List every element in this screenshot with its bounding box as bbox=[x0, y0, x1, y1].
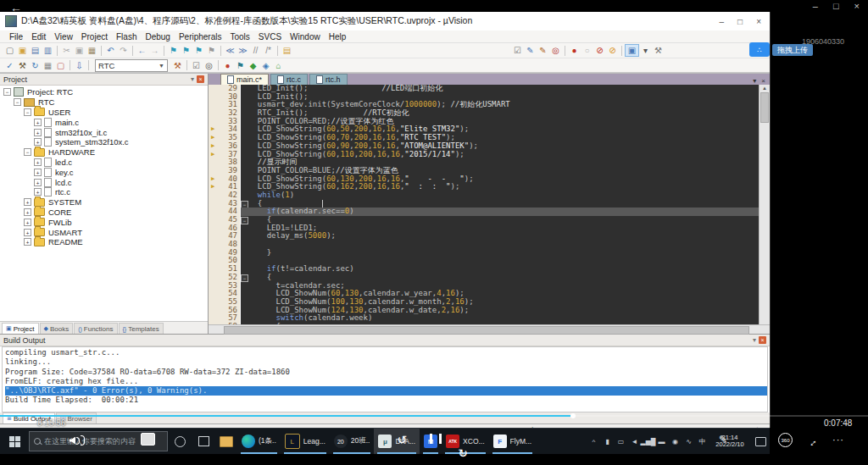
kill-breakpoints-icon[interactable]: ⊘ bbox=[606, 45, 619, 56]
translate-icon[interactable]: ✓ bbox=[3, 60, 16, 71]
pen-blue-icon[interactable]: ✎ bbox=[524, 45, 537, 56]
fold-marker[interactable] bbox=[241, 175, 248, 184]
code-line[interactable]: 51 if(t!=calendar.sec) bbox=[209, 265, 759, 274]
prev-bookmark-icon[interactable]: ⚑ bbox=[180, 45, 192, 56]
tree-item-system-stm32f10x-c[interactable]: +system_stm32f10x.c bbox=[0, 137, 208, 147]
window-layout-icon[interactable]: ▣ bbox=[625, 44, 639, 57]
menu-view[interactable]: View bbox=[50, 32, 77, 42]
tray-volume-icon[interactable]: ◄ bbox=[628, 429, 641, 454]
more-options-button[interactable]: ··· bbox=[832, 435, 844, 445]
tree-item-core[interactable]: +CORE bbox=[0, 208, 208, 218]
tree-item-system[interactable]: +SYSTEM bbox=[0, 197, 208, 208]
code-line[interactable]: 38 //显示时间 bbox=[209, 158, 759, 167]
uvision-titlebar[interactable]: D:\A盘32\精英板 资料盘(A盘)\4、程序源码\2、标准例程-库函数版本\… bbox=[0, 12, 770, 30]
code-line[interactable]: 44 if(calendar.sec==0) bbox=[209, 208, 759, 216]
minimize-button[interactable]: – bbox=[720, 17, 725, 26]
player-minimize-button[interactable]: – bbox=[813, 1, 818, 11]
tree-expander-icon[interactable]: − bbox=[24, 108, 31, 116]
tray-network-icon[interactable]: ▂▅█ bbox=[642, 429, 654, 454]
tray-chart-icon[interactable]: ∿ bbox=[682, 429, 695, 454]
tree-item-user[interactable]: −USER bbox=[0, 108, 208, 118]
fold-marker[interactable] bbox=[241, 290, 248, 298]
code-line[interactable]: 48 bbox=[209, 241, 759, 249]
fold-marker[interactable]: − bbox=[241, 274, 248, 282]
player-back-button[interactable]: ← bbox=[10, 1, 22, 14]
download-flash-icon[interactable]: ⇩ bbox=[73, 60, 86, 71]
tree-expander-icon[interactable]: + bbox=[34, 138, 42, 146]
code-line[interactable]: ▶34 LCD_ShowString(60,50,200,16,16,"Elit… bbox=[209, 125, 759, 134]
fold-marker[interactable] bbox=[241, 134, 248, 142]
step-icon[interactable]: ◈ bbox=[259, 60, 272, 71]
annotate-button[interactable]: ✎ bbox=[719, 434, 727, 446]
code-line[interactable]: 54 LCD_ShowNum(60,130,calendar.w_year,4,… bbox=[209, 290, 759, 298]
build-icon[interactable]: ⚒ bbox=[16, 60, 29, 71]
netdisk-upload[interactable]: ∴ 拖拽上传 bbox=[749, 42, 813, 57]
tree-expander-icon[interactable]: + bbox=[34, 119, 42, 126]
code-line[interactable]: 57 switch(calendar.week) bbox=[209, 314, 759, 323]
collapse-icon[interactable]: − bbox=[241, 274, 248, 282]
code-line[interactable]: ▶35 LCD_ShowString(60,70,200,16,16,"RTC … bbox=[209, 134, 759, 142]
menu-project[interactable]: Project bbox=[77, 32, 112, 42]
nav-forward-icon[interactable]: → bbox=[148, 45, 161, 56]
fold-marker[interactable] bbox=[241, 208, 248, 216]
fold-marker[interactable] bbox=[241, 232, 248, 241]
tree-item-readme[interactable]: +README bbox=[0, 237, 208, 247]
fullscreen-button[interactable]: ↔ bbox=[807, 434, 817, 449]
player-maximize-button[interactable]: □ bbox=[833, 1, 839, 11]
reset-icon[interactable]: ⌂ bbox=[272, 60, 285, 71]
tree-item-hardware[interactable]: −HARDWARE bbox=[0, 147, 208, 158]
progress-handle[interactable] bbox=[570, 413, 576, 418]
run-icon[interactable]: ◆ bbox=[247, 60, 259, 71]
tree-item-led-c[interactable]: +led.c bbox=[0, 158, 208, 168]
editor-horizontal-scrollbar[interactable] bbox=[209, 324, 770, 334]
flash-config-icon[interactable]: ☑ bbox=[190, 60, 203, 71]
code-line[interactable]: 39 POINT_COLOR=BLUE;//设置字体为蓝色 bbox=[209, 167, 759, 175]
player-close-button[interactable]: × bbox=[854, 1, 860, 11]
tree-item-key-c[interactable]: +key.c bbox=[0, 167, 208, 177]
bookmark-icon[interactable]: ⚑ bbox=[167, 45, 180, 56]
fold-marker[interactable] bbox=[241, 249, 248, 257]
code-line[interactable]: 32 RTC_Init(); //RTC初始化 bbox=[209, 109, 759, 118]
options-for-target-icon[interactable]: ⚒ bbox=[171, 60, 184, 71]
taskbar-clock[interactable]: 21:14 2022/2/10 bbox=[709, 435, 751, 449]
fold-marker[interactable] bbox=[241, 191, 248, 200]
code-line[interactable]: 43− { bbox=[209, 200, 759, 208]
code-line[interactable]: 30 LCD_Init(); bbox=[209, 93, 759, 102]
fold-marker[interactable] bbox=[241, 257, 248, 265]
scrollbar-thumb[interactable] bbox=[760, 92, 769, 123]
pin-icon[interactable]: ▾ bbox=[191, 75, 194, 83]
scroll-up-icon[interactable]: ▲ bbox=[762, 85, 767, 92]
chat-panel-button[interactable] bbox=[141, 433, 155, 446]
tree-item-main-c[interactable]: +main.c bbox=[0, 117, 208, 127]
fold-marker[interactable] bbox=[241, 142, 248, 151]
code-line[interactable]: 52− { bbox=[209, 274, 759, 282]
menu-flash[interactable]: Flash bbox=[112, 32, 141, 42]
code-line[interactable]: 31 usmart_dev.init(SystemCoreClock/10000… bbox=[209, 101, 759, 109]
forward-30-button[interactable]: ↻ 30 bbox=[456, 446, 470, 460]
code-line[interactable]: 56 LCD_ShowNum(124,130,calendar.w_date,2… bbox=[209, 307, 759, 315]
editor-tab-main.c[interactable]: main.c* bbox=[220, 74, 269, 85]
disable-breakpoints-icon[interactable]: ⊘ bbox=[593, 45, 606, 56]
fold-marker[interactable] bbox=[241, 183, 248, 191]
fold-marker[interactable] bbox=[241, 307, 248, 315]
fold-marker[interactable] bbox=[241, 265, 248, 274]
rebuild-icon[interactable]: ↻ bbox=[29, 60, 42, 71]
code-line[interactable]: 46 LED1=!LED1; bbox=[209, 224, 759, 233]
open-file-icon[interactable]: ▣ bbox=[16, 45, 29, 56]
tree-expander-icon[interactable]: + bbox=[24, 208, 31, 216]
player-progress-bar[interactable] bbox=[0, 415, 868, 417]
tree-expander-icon[interactable]: + bbox=[24, 229, 31, 236]
rotate-button[interactable]: 360 bbox=[778, 433, 793, 447]
code-line[interactable]: 53 t=calendar.sec; bbox=[209, 282, 759, 291]
tab-functions[interactable]: ()Functions bbox=[74, 323, 117, 334]
tab-list-dropdown-icon[interactable]: ▾ bbox=[753, 77, 756, 85]
rewind-10-button[interactable]: ↺ 10 bbox=[395, 433, 409, 446]
tab-books[interactable]: ◆Books bbox=[40, 323, 74, 334]
batch-build-icon[interactable]: ▦ bbox=[42, 60, 54, 71]
panel-close-icon[interactable]: × bbox=[759, 336, 766, 344]
copy-icon[interactable]: ▣ bbox=[73, 45, 86, 56]
tray-expand-icon[interactable]: ^ bbox=[587, 429, 600, 454]
menu-edit[interactable]: Edit bbox=[27, 32, 50, 42]
netdisk-upload-icon[interactable]: ∴ bbox=[749, 42, 770, 57]
fold-marker[interactable] bbox=[241, 167, 248, 175]
